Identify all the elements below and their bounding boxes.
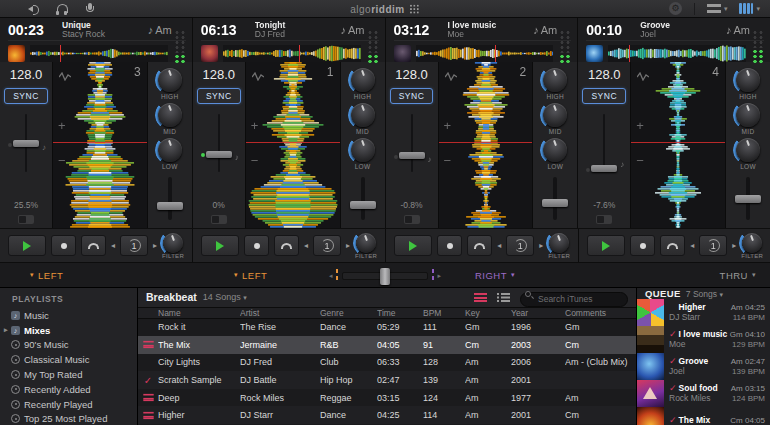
browser-playlist-title[interactable]: Breakbeat [146,291,197,303]
zoom-out-icon[interactable]: − [58,153,66,168]
deck3-loop-double-button[interactable]: ▸ [539,241,543,250]
deck1-sync-button[interactable]: SYNC [4,88,48,104]
deck3-sync-button[interactable]: SYNC [390,88,434,104]
deck4-cue-button[interactable] [630,235,655,256]
table-row[interactable]: ✓ Scratch SampleDJ Battle Hip Hop02:47 1… [138,371,636,389]
deck4-eq-low-knob[interactable] [736,138,760,162]
deck2-loop-halve-button[interactable]: ◂ [304,241,308,250]
deck4-eq-mid-knob[interactable] [736,103,760,127]
deck4-key-display[interactable]: ♪Am [726,24,750,36]
deck3-volume-fader[interactable] [540,177,570,220]
deck1-volume-fader[interactable] [155,177,185,220]
crossfader-track[interactable] [342,272,429,280]
deck4-output-assign[interactable]: THRU ▾ [582,270,770,281]
search-input[interactable] [520,292,628,307]
deck1-filter-knob[interactable] [163,233,183,253]
deck2-loop-length[interactable]: 1 [327,65,334,79]
deck3-eq-mid-knob[interactable] [543,103,567,127]
deck2-eq-high-knob[interactable] [351,68,375,92]
queue-item[interactable]: ✓Soul food Rock Miles Am 03:15124 BPM [637,380,770,407]
view-decks-button[interactable]: ▾ [739,3,760,14]
deck1-key-display[interactable]: ♪Am [148,24,172,36]
deck4-loop-length[interactable]: 4 [712,65,719,79]
deck4-bend-button[interactable] [660,235,685,256]
zoom-in-icon[interactable]: + [636,118,644,133]
zoom-in-icon[interactable]: + [251,118,259,133]
deck1-cue-button[interactable] [51,235,76,256]
deck1-bend-button[interactable] [81,235,106,256]
speaker-icon[interactable] [28,3,40,15]
queue-view-icon[interactable] [474,293,487,302]
deck3-play-button[interactable] [394,235,432,256]
sidebar-item-recently-added[interactable]: Recently Added [0,382,137,397]
deck1-output-assign[interactable]: ▾ LEFT [0,270,204,281]
queue-item[interactable]: ✓Groove Joel Am 02:47139 BPM [637,353,770,380]
deck4-volume-fader[interactable] [733,177,763,220]
deck4-loop-double-button[interactable]: ▸ [732,241,736,250]
sidebar-item-mixes[interactable]: ▸ ♪ Mixes [0,323,137,338]
deck3-loop-halve-button[interactable]: ◂ [497,241,501,250]
zoom-out-icon[interactable]: − [251,153,259,168]
col-genre[interactable]: Genre [320,308,377,318]
deck1-bpm-value[interactable]: 128.0 [10,67,43,82]
deck1-play-button[interactable] [8,235,46,256]
deck2-sync-button[interactable]: SYNC [197,88,241,104]
deck1-loop-halve-button[interactable]: ◂ [111,241,115,250]
deck4-loop-halve-button[interactable]: ◂ [690,241,694,250]
queue-item[interactable]: ✓I love music Moe Gm 04:10129 BPM [637,326,770,353]
deck2-loop-button[interactable]: 1 [313,235,341,256]
deck2-bend-button[interactable] [274,235,299,256]
deck4-keylock-toggle[interactable] [596,215,612,224]
deck1-pitch-slider[interactable]: ♪ [6,112,46,198]
deck1-loop-double-button[interactable]: ▸ [153,241,157,250]
settings-gear-icon[interactable]: ⚙ [669,2,682,15]
deck3-cue-button[interactable] [437,235,462,256]
deck2-volume-fader[interactable] [348,177,378,220]
deck4-play-button[interactable] [587,235,625,256]
deck2-cue-button[interactable] [244,235,269,256]
sidebar-item-top-25-most-played[interactable]: Top 25 Most Played [0,412,137,425]
deck3-pitch-slider[interactable]: ♪ [392,112,432,198]
deck4-track-overview-waveform[interactable] [608,45,746,62]
sidebar-item-my-top-rated[interactable]: My Top Rated [0,367,137,382]
deck2-eq-mid-knob[interactable] [351,103,375,127]
deck4-bpm-value[interactable]: 128.0 [588,67,621,82]
deck1-keylock-toggle[interactable] [18,215,34,224]
deck1-loop-length[interactable]: 3 [134,65,141,79]
deck2-bpm-value[interactable]: 128.0 [202,67,235,82]
deck2-keylock-toggle[interactable] [211,215,227,224]
deck3-track-overview-waveform[interactable] [416,45,554,62]
deck1-loop-button[interactable]: 1 [120,235,148,256]
deck1-eq-high-knob[interactable] [158,68,182,92]
table-row[interactable]: Rock itThe Rise Dance05:29 111Gm 1996Gm [138,319,636,337]
deck4-loop-button[interactable]: 1 [699,235,727,256]
queue-item[interactable]: ✓The Mix Cm 04:05 [637,407,770,425]
deck3-loop-length[interactable]: 2 [520,65,527,79]
queue-item[interactable]: ✓Higher DJ Starr Am 04:25114 BPM [637,299,770,326]
deck2-filter-knob[interactable] [356,233,376,253]
deck3-loop-button[interactable]: 1 [506,235,534,256]
sidebar-item-music[interactable]: ♪ Music [0,308,137,323]
deck4-pitch-slider[interactable]: ♪ [584,112,624,198]
deck4-eq-high-knob[interactable] [736,68,760,92]
sidebar-item-recently-played[interactable]: Recently Played [0,397,137,412]
deck4-filter-knob[interactable] [742,233,762,253]
deck2-eq-low-knob[interactable] [351,138,375,162]
sidebar-item-classical-music[interactable]: Classical Music [0,352,137,367]
queue-song-count[interactable]: 7 Songs ▾ [686,289,723,299]
deck1-track-overview-waveform[interactable] [30,45,168,62]
table-row[interactable]: HigherDJ Starr Dance04:25 114Am 2001Cm [138,406,636,424]
deck3-bend-button[interactable] [467,235,492,256]
deck3-key-display[interactable]: ♪Am [533,24,557,36]
deck2-loop-double-button[interactable]: ▸ [346,241,350,250]
crossfader-handle[interactable] [380,268,390,285]
deck3-eq-high-knob[interactable] [543,68,567,92]
disclosure-icon[interactable]: ▸ [4,326,8,334]
table-row[interactable]: City LightsDJ Fred Club06:33 128Am 2006A… [138,354,636,372]
crossfader[interactable]: ◂ ▸ [326,267,444,285]
deck3-bpm-value[interactable]: 128.0 [395,67,428,82]
col-comments[interactable]: Comments [565,308,636,318]
deck3-keylock-toggle[interactable] [404,215,420,224]
headphones-icon[interactable] [56,3,68,15]
deck2-play-button[interactable] [201,235,239,256]
